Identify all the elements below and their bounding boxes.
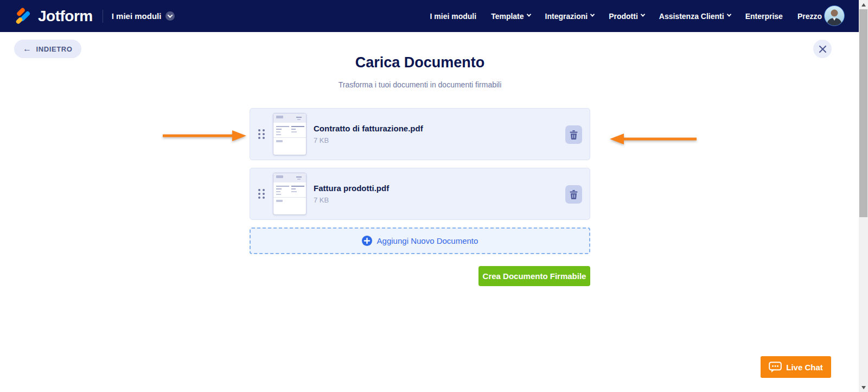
navbar-divider [103, 10, 103, 23]
chevron-down-icon [526, 12, 531, 16]
file-card[interactable]: Fattura prodotti.pdf 7 KB [250, 168, 590, 220]
add-new-document-label: Aggiungi Nuovo Documento [377, 236, 478, 245]
file-name: Contratto di fatturazione.pdf [314, 124, 423, 133]
nav-link-products[interactable]: Prodotti [609, 12, 644, 21]
navbar-links: I miei moduli Template Integrazioni Prod… [430, 0, 822, 32]
live-chat-button[interactable]: Live Chat [761, 356, 831, 378]
live-chat-label: Live Chat [786, 363, 823, 372]
chevron-down-icon [590, 12, 595, 16]
file-card[interactable]: Contratto di fatturazione.pdf 7 KB [250, 108, 590, 160]
create-signable-document-button[interactable]: Crea Documento Firmabile [478, 266, 590, 286]
plus-icon [362, 236, 372, 246]
brand-name: Jotform [38, 8, 93, 25]
nav-link-enterprise[interactable]: Enterprise [745, 12, 783, 21]
trash-icon [570, 130, 578, 140]
nav-link-templates[interactable]: Template [491, 12, 530, 21]
triangle-up-icon [861, 3, 866, 7]
add-new-document-button[interactable]: Aggiungi Nuovo Documento [250, 227, 590, 254]
jotform-logo-icon [13, 7, 33, 26]
trash-icon [570, 190, 578, 199]
chat-bubble-icon [769, 362, 782, 373]
file-name: Fattura prodotti.pdf [314, 184, 389, 193]
nav-link-support[interactable]: Assistenza Clienti [659, 12, 731, 21]
nav-link-pricing[interactable]: Prezzo [797, 12, 822, 21]
delete-file-button[interactable] [565, 125, 582, 144]
workspace-switcher[interactable]: I miei moduli [112, 11, 175, 21]
annotation-arrow-right-icon [162, 129, 247, 142]
top-navbar: Jotform I miei moduli I miei moduli Temp… [0, 0, 859, 32]
scrollbar-thumb[interactable] [859, 9, 867, 217]
chevron-down-icon [726, 12, 731, 16]
document-thumbnail [273, 113, 307, 155]
page-title: Carica Documento [250, 54, 590, 71]
file-size: 7 KB [314, 136, 423, 144]
back-button[interactable]: ← INDIETRO [14, 40, 81, 58]
delete-file-button[interactable] [565, 185, 582, 204]
chevron-down-icon [165, 11, 175, 21]
file-meta: Contratto di fatturazione.pdf 7 KB [314, 124, 423, 144]
user-avatar[interactable] [824, 5, 845, 26]
nav-link-integrations[interactable]: Integrazioni [545, 12, 595, 21]
drag-handle-icon[interactable] [258, 189, 265, 199]
back-button-label: INDIETRO [36, 45, 73, 53]
page-subtitle: Trasforma i tuoi documenti in documenti … [222, 80, 617, 89]
annotation-arrow-left-icon [609, 132, 698, 146]
arrow-left-icon: ← [23, 44, 32, 54]
document-thumbnail [273, 173, 307, 215]
scroll-down-button[interactable] [859, 383, 868, 392]
file-meta: Fattura prodotti.pdf 7 KB [314, 184, 389, 204]
vertical-scrollbar[interactable] [859, 0, 868, 392]
triangle-down-icon [861, 386, 866, 389]
file-size: 7 KB [314, 196, 389, 204]
jotform-logo[interactable]: Jotform [13, 7, 93, 26]
scroll-up-button[interactable] [859, 0, 868, 9]
close-icon [819, 45, 827, 53]
workspace-label: I miei moduli [112, 11, 162, 21]
chevron-down-icon [641, 12, 645, 16]
nav-link-my-forms[interactable]: I miei moduli [430, 12, 477, 21]
drag-handle-icon[interactable] [258, 129, 265, 139]
close-button[interactable] [813, 40, 832, 58]
avatar-photo [825, 6, 844, 26]
